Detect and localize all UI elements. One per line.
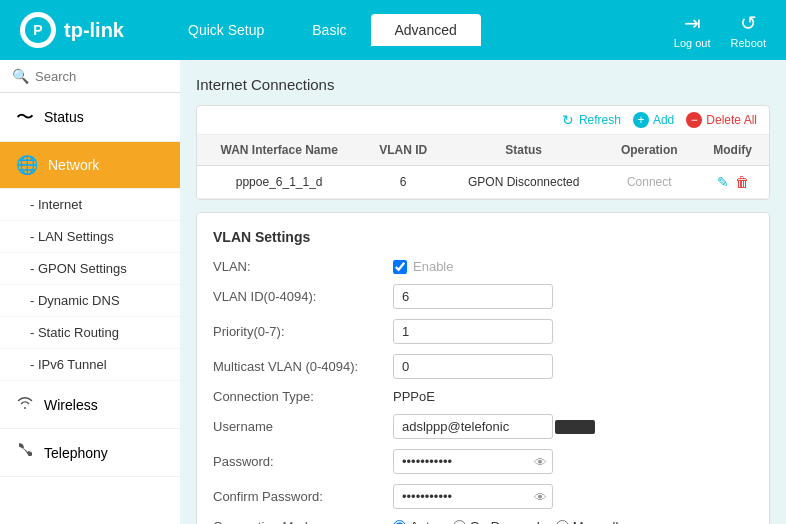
- table-row: pppoe_6_1_1_d 6 GPON Disconnected Connec…: [197, 166, 769, 199]
- vlan-settings-panel: VLAN Settings VLAN: Enable VLAN ID(0-409…: [196, 212, 770, 524]
- vlan-id-row: VLAN ID(0-4094):: [213, 284, 753, 309]
- modify-icons: ✎ 🗑: [708, 174, 757, 190]
- sidebar-subitem-gpon[interactable]: - GPON Settings: [0, 253, 180, 285]
- radio-auto-input[interactable]: [393, 520, 406, 524]
- refresh-icon: ↻: [561, 113, 575, 127]
- add-button[interactable]: + Add: [633, 112, 674, 128]
- header-actions: ⇥ Log out ↺ Reboot: [674, 11, 766, 49]
- reboot-button[interactable]: ↺ Reboot: [731, 11, 766, 49]
- vlan-enable-checkbox[interactable]: [393, 260, 407, 274]
- cell-modify: ✎ 🗑: [696, 166, 769, 199]
- confirm-password-toggle-icon[interactable]: 👁: [534, 489, 547, 504]
- wireless-icon: [16, 393, 34, 416]
- vlan-enable-label: Enable: [413, 259, 453, 274]
- vlan-settings-title: VLAN Settings: [213, 229, 753, 245]
- multicast-vlan-row: Multicast VLAN (0-4094):: [213, 354, 753, 379]
- password-field: 👁: [393, 449, 553, 474]
- sidebar-item-telephony[interactable]: Telephony: [0, 429, 180, 477]
- edit-icon[interactable]: ✎: [717, 174, 729, 190]
- connections-table-section: ↻ Refresh + Add − Delete All WAN Interfa…: [196, 105, 770, 200]
- main: 🔍 〜 Status 🌐 Network - Internet - LAN Se…: [0, 60, 786, 524]
- sidebar-item-label: Status: [44, 109, 84, 125]
- tab-basic[interactable]: Basic: [288, 14, 370, 46]
- refresh-label: Refresh: [579, 113, 621, 127]
- vlan-id-label: VLAN ID(0-4094):: [213, 289, 393, 304]
- sidebar-item-telephony-label: Telephony: [44, 445, 108, 461]
- connection-mode-row: Connection Mode: Auto On Demand Manually: [213, 519, 753, 524]
- logout-icon: ⇥: [684, 11, 701, 35]
- password-label: Password:: [213, 454, 393, 469]
- delete-row-icon[interactable]: 🗑: [735, 174, 749, 190]
- telephony-icon: [16, 441, 34, 464]
- refresh-button[interactable]: ↻ Refresh: [561, 113, 621, 127]
- content-area: Internet Connections ↻ Refresh + Add − D…: [180, 60, 786, 524]
- col-header-wan: WAN Interface Name: [197, 135, 361, 166]
- col-header-status: Status: [445, 135, 602, 166]
- col-header-operation: Operation: [602, 135, 696, 166]
- radio-manually[interactable]: Manually: [556, 519, 625, 524]
- priority-row: Priority(0-7):: [213, 319, 753, 344]
- sidebar-subitem-ipv6[interactable]: - IPv6 Tunnel: [0, 349, 180, 381]
- connect-button[interactable]: Connect: [627, 175, 672, 189]
- delete-all-button[interactable]: − Delete All: [686, 112, 757, 128]
- priority-label: Priority(0-7):: [213, 324, 393, 339]
- username-input[interactable]: [393, 414, 553, 439]
- page-title: Internet Connections: [196, 76, 770, 93]
- search-input[interactable]: [35, 69, 180, 84]
- username-redacted: [555, 420, 595, 434]
- confirm-password-field: 👁: [393, 484, 553, 509]
- sidebar-subitem-ddns[interactable]: - Dynamic DNS: [0, 285, 180, 317]
- delete-label: Delete All: [706, 113, 757, 127]
- add-label: Add: [653, 113, 674, 127]
- sidebar-item-status[interactable]: 〜 Status: [0, 93, 180, 142]
- confirm-password-row: Confirm Password: 👁: [213, 484, 753, 509]
- nav-tabs: Quick Setup Basic Advanced: [164, 14, 674, 46]
- cell-vlan-id: 6: [361, 166, 445, 199]
- col-header-vlan: VLAN ID: [361, 135, 445, 166]
- sidebar: 🔍 〜 Status 🌐 Network - Internet - LAN Se…: [0, 60, 180, 524]
- sidebar-item-network-label: Network: [48, 157, 99, 173]
- username-field: [393, 414, 595, 439]
- svg-text:P: P: [33, 22, 42, 38]
- radio-ondemand-label: On Demand: [470, 519, 540, 524]
- username-label: Username: [213, 419, 393, 434]
- connections-table: WAN Interface Name VLAN ID Status Operat…: [197, 135, 769, 199]
- password-row: Password: 👁: [213, 449, 753, 474]
- search-box: 🔍: [0, 60, 180, 93]
- vlan-id-input[interactable]: [393, 284, 553, 309]
- radio-auto-label: Auto: [410, 519, 437, 524]
- priority-input[interactable]: [393, 319, 553, 344]
- tab-advanced[interactable]: Advanced: [371, 14, 481, 46]
- logout-label: Log out: [674, 37, 711, 49]
- cell-wan-name: pppoe_6_1_1_d: [197, 166, 361, 199]
- logo-text: tp-link: [64, 19, 124, 42]
- logout-button[interactable]: ⇥ Log out: [674, 11, 711, 49]
- password-toggle-icon[interactable]: 👁: [534, 454, 547, 469]
- confirm-password-input[interactable]: [393, 484, 553, 509]
- cell-operation: Connect: [602, 166, 696, 199]
- delete-icon: −: [686, 112, 702, 128]
- radio-auto[interactable]: Auto: [393, 519, 437, 524]
- vlan-enable-row: VLAN: Enable: [213, 259, 753, 274]
- sidebar-subitem-lan[interactable]: - LAN Settings: [0, 221, 180, 253]
- sidebar-subitem-static-routing[interactable]: - Static Routing: [0, 317, 180, 349]
- sidebar-item-wireless[interactable]: Wireless: [0, 381, 180, 429]
- header: P tp-link Quick Setup Basic Advanced ⇥ L…: [0, 0, 786, 60]
- sidebar-subitem-internet[interactable]: - Internet: [0, 189, 180, 221]
- radio-manually-label: Manually: [573, 519, 625, 524]
- password-input[interactable]: [393, 449, 553, 474]
- radio-ondemand-input[interactable]: [453, 520, 466, 524]
- radio-manually-input[interactable]: [556, 520, 569, 524]
- logo: P tp-link: [20, 12, 124, 48]
- multicast-label: Multicast VLAN (0-4094):: [213, 359, 393, 374]
- multicast-input[interactable]: [393, 354, 553, 379]
- connection-type-value: PPPoE: [393, 389, 435, 404]
- reboot-label: Reboot: [731, 37, 766, 49]
- col-header-modify: Modify: [696, 135, 769, 166]
- add-icon: +: [633, 112, 649, 128]
- reboot-icon: ↺: [740, 11, 757, 35]
- status-icon: 〜: [16, 105, 34, 129]
- sidebar-item-network[interactable]: 🌐 Network: [0, 142, 180, 189]
- tab-quick-setup[interactable]: Quick Setup: [164, 14, 288, 46]
- radio-ondemand[interactable]: On Demand: [453, 519, 540, 524]
